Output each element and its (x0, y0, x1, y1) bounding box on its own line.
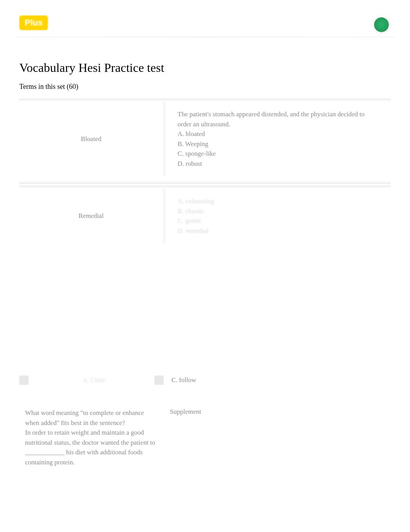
header-divider (15, 37, 395, 37)
option-b: B. chaotic (178, 206, 379, 216)
flashcard[interactable]: Remedial A. exhausting B. chaotic C. gen… (19, 189, 391, 243)
lower-section: A. Close C. follow What word meaning "to… (0, 376, 410, 467)
page-title: Vocabulary Hesi Practice test (19, 61, 391, 75)
supplement-row: What word meaning "to complete or enhanc… (19, 408, 391, 467)
option-c: C. sponge-like (178, 149, 379, 159)
card-definition: A. exhausting B. chaotic C. gentle D. re… (166, 189, 391, 243)
option-d: D. robust (178, 159, 379, 169)
option-d: D. remedial (178, 226, 379, 236)
term-text: Bloated (81, 135, 102, 143)
supplement-q1: What word meaning "to complete or enhanc… (25, 409, 144, 427)
option-b: B. Weeping (178, 139, 379, 149)
main-content: Vocabulary Hesi Practice test Terms in t… (0, 37, 410, 243)
card-shadow (19, 181, 391, 184)
card-shadow (19, 185, 391, 189)
card-term: Bloated (19, 102, 166, 176)
avatar[interactable] (374, 17, 389, 32)
follow-left: A. Close (19, 376, 151, 385)
card-definition: The patient's stomach appeared distended… (166, 102, 391, 176)
spacer (0, 248, 410, 376)
follow-answer: C. follow (171, 376, 196, 384)
card-term: Remedial (19, 189, 166, 243)
supplement-answer-text: Supplement (170, 408, 201, 415)
placeholder-box (154, 376, 164, 385)
supplement-question: What word meaning "to complete or enhanc… (19, 408, 166, 467)
option-a: A. bloated (178, 129, 379, 139)
supplement-answer: Supplement (166, 408, 391, 416)
follow-right: C. follow (151, 376, 391, 385)
card-container: Bloated The patient's stomach appeared d… (19, 99, 391, 243)
option-c: C. gentle (178, 216, 379, 226)
plus-logo-badge: Plus (19, 15, 48, 30)
flashcard[interactable]: Bloated The patient's stomach appeared d… (19, 102, 391, 176)
follow-row: A. Close C. follow (19, 376, 391, 385)
supplement-q2: In order to retain weight and maintain a… (25, 429, 155, 466)
option-a: A. exhausting (178, 196, 379, 206)
term-text: Remedial (78, 212, 103, 220)
follow-left-hidden: A. Close (83, 376, 106, 384)
header: Plus (0, 0, 410, 37)
card-shadow (19, 99, 391, 102)
definition-intro: The patient's stomach appeared distended… (178, 109, 379, 129)
subtitle: Terms in this set (60) (19, 83, 391, 91)
placeholder-box (19, 376, 29, 385)
